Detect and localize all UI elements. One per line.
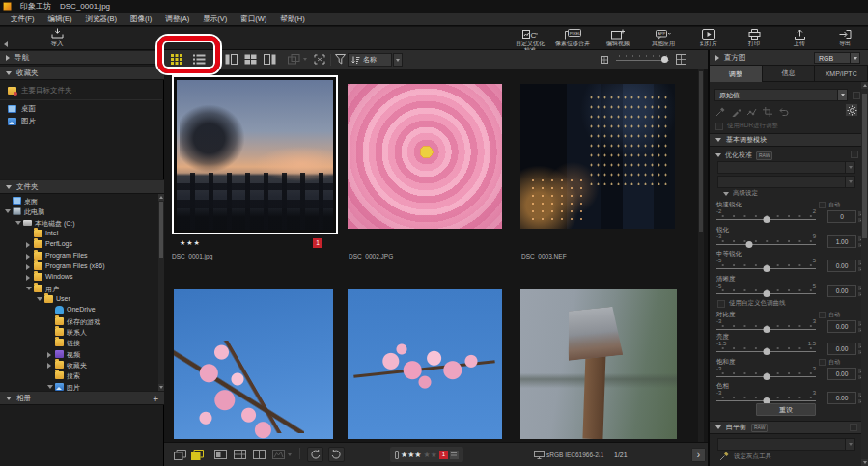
slider-value[interactable]: 0.00: [827, 260, 856, 272]
auto-checkbox[interactable]: [819, 359, 826, 366]
picture-control-select-2[interactable]: [717, 176, 855, 188]
thumbnail-size-slider[interactable]: [616, 59, 669, 62]
scrollbar-thumb[interactable]: [862, 94, 867, 238]
tree-item-onedrive[interactable]: OneDrive: [0, 305, 157, 315]
folders-section-header[interactable]: 文件夹: [0, 179, 164, 194]
slider-knob[interactable]: [763, 290, 770, 297]
auto-checkbox[interactable]: [819, 202, 826, 208]
undo-icon[interactable]: [778, 107, 789, 117]
photo-sunset-fence[interactable]: [177, 80, 333, 230]
settings-button[interactable]: [845, 103, 858, 117]
menu-window[interactable]: 窗口(W): [234, 13, 273, 26]
slider-knob[interactable]: [745, 241, 752, 248]
slider-value[interactable]: 0: [827, 210, 856, 223]
split-frame-button[interactable]: [253, 450, 266, 459]
pixel-shift-button[interactable]: PIXEL 像素位移合并: [554, 28, 591, 47]
import-button[interactable]: 导入: [42, 28, 71, 48]
slider-knob[interactable]: [763, 265, 770, 272]
grid-scrollbar[interactable]: [698, 69, 704, 442]
reset-button[interactable]: 重设: [756, 403, 816, 416]
upload-button[interactable]: 上传: [781, 28, 818, 47]
image-filmstrip-right-button[interactable]: [264, 54, 276, 65]
sort-direction-button[interactable]: [393, 53, 403, 67]
slider-track[interactable]: [716, 214, 816, 223]
slider-track[interactable]: [716, 263, 816, 272]
menu-image[interactable]: 图像(I): [124, 13, 158, 26]
browser-mode-button[interactable]: [191, 450, 204, 460]
image-filmstrip-left-button[interactable]: [225, 54, 238, 65]
slider-value[interactable]: 0.00: [827, 343, 856, 355]
single-frame-button[interactable]: [214, 450, 227, 459]
favorite-pictures[interactable]: 图片: [0, 116, 162, 127]
slider-track[interactable]: [716, 346, 816, 355]
slider-knob[interactable]: [763, 348, 770, 355]
slider-track[interactable]: [716, 288, 816, 297]
channel-select[interactable]: RGB: [814, 52, 860, 64]
tree-item-desktop[interactable]: 桌面: [0, 196, 157, 206]
panel-scrollbar[interactable]: [861, 82, 868, 466]
expander-open-icon[interactable]: [26, 287, 32, 290]
expander-closed-icon[interactable]: [47, 363, 51, 369]
white-balance-checkbox[interactable]: [850, 424, 857, 431]
gray-point-icon[interactable]: [715, 107, 725, 117]
favorite-primary-destination[interactable]: 主要目标文件夹: [0, 85, 162, 96]
expander-open-icon[interactable]: [15, 221, 21, 225]
sort-select[interactable]: 名称: [348, 53, 392, 67]
white-balance-section-header[interactable]: 白平衡 RAW: [710, 421, 861, 434]
scroll-up-icon[interactable]: [861, 82, 868, 89]
list-view-button[interactable]: [193, 54, 206, 65]
white-balance-select[interactable]: [717, 438, 855, 451]
slider-track[interactable]: [716, 324, 816, 333]
rotate-ccw-button[interactable]: [307, 447, 323, 462]
hdr-checkbox[interactable]: [715, 123, 723, 130]
tree-item-saved-games[interactable]: 保存的游戏: [0, 316, 157, 327]
clear-rating-icon[interactable]: [395, 451, 399, 459]
photo-bucket-post[interactable]: [520, 289, 677, 439]
tree-item-user[interactable]: User: [0, 294, 157, 305]
grid-frame-button[interactable]: [234, 450, 246, 459]
print-button[interactable]: 打印: [736, 28, 772, 47]
retouch-brush-icon[interactable]: [731, 107, 741, 117]
custom-curve-checkbox[interactable]: [717, 300, 725, 308]
collapse-left-panel-icon[interactable]: [4, 41, 8, 47]
advanced-settings-row[interactable]: 高级设定: [723, 189, 758, 198]
compare-button[interactable]: [288, 54, 307, 65]
preset-select[interactable]: 原始值: [714, 89, 848, 101]
expander-closed-icon[interactable]: [26, 275, 30, 281]
slider-value[interactable]: 0.00: [827, 285, 856, 297]
fullscreen-button[interactable]: [314, 54, 325, 65]
tree-item-program-files-x86[interactable]: Program Files (x86): [0, 261, 157, 272]
rotate-cw-button[interactable]: [328, 447, 345, 462]
crop-icon[interactable]: [763, 107, 772, 117]
tab-adjust[interactable]: 调整: [710, 66, 763, 82]
histogram-header[interactable]: 直方图 RGB: [710, 50, 868, 66]
tree-item-videos[interactable]: 视频: [0, 349, 157, 360]
slider-knob[interactable]: [763, 326, 770, 333]
slider-knob[interactable]: [763, 373, 770, 380]
slider-knob[interactable]: [661, 56, 668, 63]
menu-file[interactable]: 文件(F): [4, 13, 42, 26]
label-badge[interactable]: 1: [439, 451, 448, 459]
slider-value[interactable]: 1.00: [827, 235, 856, 248]
tree-item-pictures[interactable]: 图片: [0, 382, 157, 391]
expander-closed-icon[interactable]: [26, 242, 30, 248]
tab-xmp-iptc[interactable]: XMP/IPTC: [815, 66, 868, 82]
menu-browser[interactable]: 浏览器(B): [79, 13, 125, 26]
next-image-button[interactable]: ›: [691, 448, 706, 462]
label-badge[interactable]: 1: [313, 238, 322, 248]
menu-edit[interactable]: 编辑(E): [42, 13, 79, 26]
picture-control-checkbox[interactable]: [851, 151, 858, 158]
menu-view[interactable]: 显示(V): [196, 13, 234, 26]
slider-value[interactable]: 0.00: [827, 320, 856, 333]
slider-knob[interactable]: [763, 216, 770, 223]
menu-help[interactable]: 帮助(H): [273, 13, 311, 26]
viewer-mode-button[interactable]: [174, 450, 186, 460]
preset-checkbox[interactable]: [853, 92, 860, 99]
video-edit-button[interactable]: 编辑视频: [600, 28, 636, 47]
histogram-overlay-button[interactable]: [272, 450, 292, 459]
albums-section-header[interactable]: 相册 +: [0, 391, 164, 405]
image-grid-button[interactable]: [244, 54, 257, 65]
basic-adjust-section-header[interactable]: 基本调整模块: [710, 133, 861, 147]
slideshow-button[interactable]: 幻灯片: [690, 28, 727, 47]
label-picker-icon[interactable]: [450, 451, 459, 459]
